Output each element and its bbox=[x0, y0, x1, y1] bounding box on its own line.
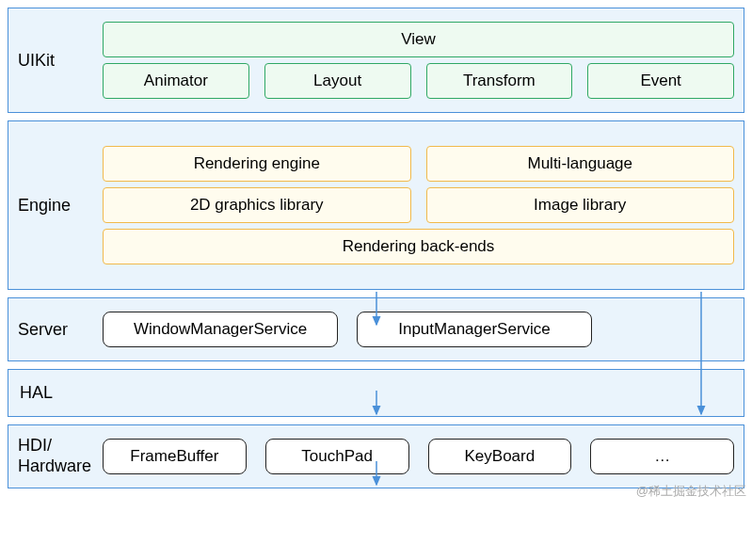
hdi-layer: HDI/ Hardware FrameBuffer TouchPad KeyBo… bbox=[8, 424, 744, 488]
wms-box: WindowManagerService bbox=[103, 312, 338, 347]
rendering-backends-box: Rendering back-ends bbox=[103, 229, 734, 264]
server-layer: Server WindowManagerService InputManager… bbox=[8, 297, 744, 361]
rendering-engine-box: Rendering engine bbox=[103, 146, 411, 182]
uikit-layer: UIKit View Animator Layout Transform Eve… bbox=[8, 8, 744, 113]
engine-body: Rendering engine Multi-language 2D graph… bbox=[103, 140, 734, 270]
graphics-2d-box: 2D graphics library bbox=[103, 187, 411, 223]
watermark: @稀土掘金技术社区 bbox=[636, 483, 746, 500]
hdi-body: FrameBuffer TouchPad KeyBoard … bbox=[103, 433, 734, 480]
uikit-body: View Animator Layout Transform Event bbox=[103, 16, 734, 104]
transform-box: Transform bbox=[426, 63, 573, 99]
layout-box: Layout bbox=[264, 63, 411, 99]
uikit-label: UIKit bbox=[18, 51, 103, 71]
multi-language-box: Multi-language bbox=[426, 146, 735, 182]
ims-box: InputManagerService bbox=[357, 312, 592, 347]
server-label: Server bbox=[18, 320, 103, 340]
framebuffer-box: FrameBuffer bbox=[103, 439, 247, 474]
engine-label: Engine bbox=[18, 196, 103, 216]
image-library-box: Image library bbox=[426, 187, 735, 223]
event-box: Event bbox=[587, 63, 734, 99]
keyboard-box: KeyBoard bbox=[428, 439, 572, 474]
hal-label: HAL bbox=[20, 383, 60, 403]
more-box: … bbox=[590, 439, 734, 474]
hdi-label: HDI/ Hardware bbox=[18, 436, 103, 476]
engine-layer: Engine Rendering engine Multi-language 2… bbox=[8, 120, 744, 290]
server-body: WindowManagerService InputManagerService bbox=[103, 306, 734, 353]
view-box: View bbox=[103, 22, 734, 57]
hal-layer: HAL bbox=[8, 369, 744, 417]
touchpad-box: TouchPad bbox=[265, 439, 409, 474]
animator-box: Animator bbox=[103, 63, 249, 99]
